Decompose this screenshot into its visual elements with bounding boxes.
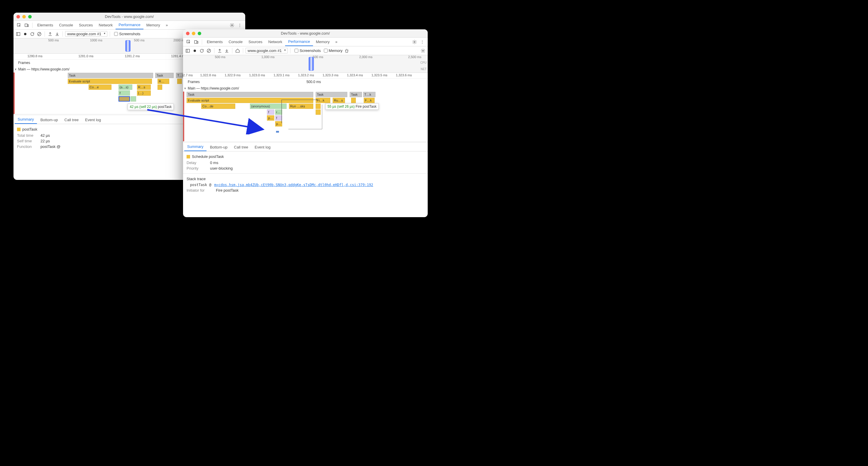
tab-network[interactable]: Network	[266, 37, 285, 46]
flame-eval-script[interactable]: Evaluate script	[68, 79, 152, 84]
tab-call-tree[interactable]: Call tree	[231, 143, 251, 151]
more-tabs-icon[interactable]: »	[164, 22, 170, 28]
home-icon[interactable]	[235, 48, 241, 54]
flame-fk[interactable]: F…k	[364, 98, 375, 103]
collapse-icon[interactable]: ▾	[183, 86, 187, 90]
titlebar: DevTools - www.google.com/	[183, 29, 428, 37]
tab-event-log[interactable]: Event log	[82, 116, 104, 124]
reload-icon[interactable]	[199, 48, 205, 54]
record-icon[interactable]	[22, 31, 28, 37]
tab-elements[interactable]: Elements	[34, 21, 56, 29]
minimize-icon[interactable]	[22, 15, 26, 19]
tab-summary[interactable]: Summary	[184, 143, 207, 151]
flame-tiny[interactable]	[276, 131, 279, 133]
flame-task[interactable]: T…k	[363, 92, 375, 97]
flame-p2[interactable]: p…	[275, 121, 282, 126]
kebab-icon[interactable]: ⋮	[237, 22, 243, 28]
site-select[interactable]: www.google.com #1	[65, 31, 107, 37]
record-icon[interactable]	[192, 48, 198, 54]
tab-bottom-up[interactable]: Bottom-up	[37, 116, 61, 124]
flame-r[interactable]: R…	[157, 79, 169, 84]
flame-task[interactable]: Task	[68, 73, 153, 78]
flame-code[interactable]: Co…e	[89, 85, 112, 90]
flame-task[interactable]: Task	[155, 73, 174, 78]
toggle-panel-icon[interactable]	[15, 31, 21, 37]
flame-rus[interactable]: Ru…s	[333, 98, 345, 103]
minimize-icon[interactable]	[192, 32, 195, 35]
tab-call-tree[interactable]: Call tree	[62, 116, 82, 124]
stack-trace-link[interactable]: m=cdos,hsm,jsa,mb4ZUb,cEt90b,SNUn3,qddgK…	[214, 183, 373, 187]
upload-icon[interactable]	[47, 31, 53, 37]
swatch-icon	[17, 128, 21, 131]
window-title: DevTools - www.google.com/	[186, 31, 425, 35]
tab-event-log[interactable]: Event log	[252, 143, 273, 151]
flame-task[interactable]: Task	[316, 92, 347, 97]
flame-p[interactable]: p…	[267, 115, 274, 121]
gear-icon[interactable]	[420, 48, 426, 54]
flame-anon[interactable]: (a…s)	[119, 85, 132, 90]
toggle-panel-icon[interactable]	[185, 48, 191, 54]
device-icon[interactable]	[193, 39, 199, 45]
memory-checkbox[interactable]: Memory	[324, 49, 343, 53]
flame-f2[interactable]: f	[275, 115, 282, 121]
site-select[interactable]: www.google.com #1	[246, 48, 288, 53]
tab-performance[interactable]: Performance	[116, 21, 143, 29]
kebab-icon[interactable]: ⋮	[419, 39, 425, 45]
frames-track-label: Frames	[187, 80, 200, 84]
maximize-icon[interactable]	[28, 15, 32, 19]
tab-memory[interactable]: Memory	[144, 21, 163, 29]
inspect-icon[interactable]	[16, 22, 22, 28]
flame-r[interactable]: r…	[275, 110, 282, 115]
reload-icon[interactable]	[29, 31, 35, 37]
tab-console[interactable]: Console	[56, 21, 76, 29]
collapse-icon[interactable]: ▾	[13, 67, 18, 71]
more-tabs-icon[interactable]: »	[334, 39, 339, 45]
svg-point-3	[231, 25, 232, 26]
close-icon[interactable]	[186, 32, 189, 35]
flame-f[interactable]: f	[119, 90, 130, 96]
upload-icon[interactable]	[217, 48, 223, 54]
tab-summary[interactable]: Summary	[15, 115, 37, 124]
overview-viewport[interactable]	[309, 57, 313, 71]
flame-task[interactable]: Task	[350, 92, 362, 97]
inspect-icon[interactable]	[186, 39, 191, 45]
gc-icon[interactable]	[344, 48, 350, 54]
overview-right[interactable]: 500 ms 1,000 ms 500 ms 2,000 ms 2,500 ms…	[183, 55, 428, 73]
screenshots-checkbox[interactable]: Screenshots	[294, 49, 321, 53]
flame-selected[interactable]	[119, 96, 130, 101]
tab-sources[interactable]: Sources	[76, 21, 96, 29]
svg-rect-4	[17, 32, 20, 35]
flame-code[interactable]: Co…de	[201, 104, 235, 109]
overview-viewport[interactable]	[126, 40, 130, 52]
download-icon[interactable]	[54, 31, 60, 37]
download-icon[interactable]	[224, 48, 230, 54]
flame-paren[interactable]: (…)	[137, 90, 151, 96]
flame-runs[interactable]: R…s	[137, 85, 151, 90]
clear-icon[interactable]	[36, 31, 42, 37]
tab-performance[interactable]: Performance	[285, 37, 313, 46]
svg-point-18	[423, 50, 424, 51]
stack-trace-title: Stack trace	[187, 177, 424, 181]
flame-eval-script[interactable]: Evaluate script	[187, 98, 313, 103]
tab-memory[interactable]: Memory	[313, 37, 333, 46]
flame-run[interactable]: Run …sks	[289, 104, 313, 109]
screenshots-checkbox[interactable]: Screenshots	[114, 32, 140, 36]
tab-network[interactable]: Network	[96, 21, 116, 29]
flame-right[interactable]: Task Task Task T…k Evaluate script Fi…k …	[183, 92, 428, 141]
flame-f[interactable]: f	[267, 110, 274, 115]
gear-icon[interactable]	[229, 22, 235, 28]
tab-bottom-up[interactable]: Bottom-up	[207, 143, 230, 151]
svg-rect-2	[28, 25, 28, 27]
time-ruler-right: 2.7 ms 1,322.8 ms 1,322.9 ms 1,323.0 ms …	[183, 73, 428, 79]
maximize-icon[interactable]	[198, 32, 201, 35]
flame-task[interactable]: Task	[187, 92, 313, 97]
tab-console[interactable]: Console	[225, 37, 246, 46]
tab-elements[interactable]: Elements	[204, 37, 225, 46]
flame-anon[interactable]: (anonymous)	[250, 104, 287, 109]
gear-icon[interactable]	[411, 39, 417, 45]
flame-fik[interactable]: Fi…k	[316, 98, 330, 103]
device-icon[interactable]	[24, 22, 30, 28]
tab-sources[interactable]: Sources	[246, 37, 266, 46]
close-icon[interactable]	[17, 15, 20, 19]
clear-icon[interactable]	[206, 48, 212, 54]
